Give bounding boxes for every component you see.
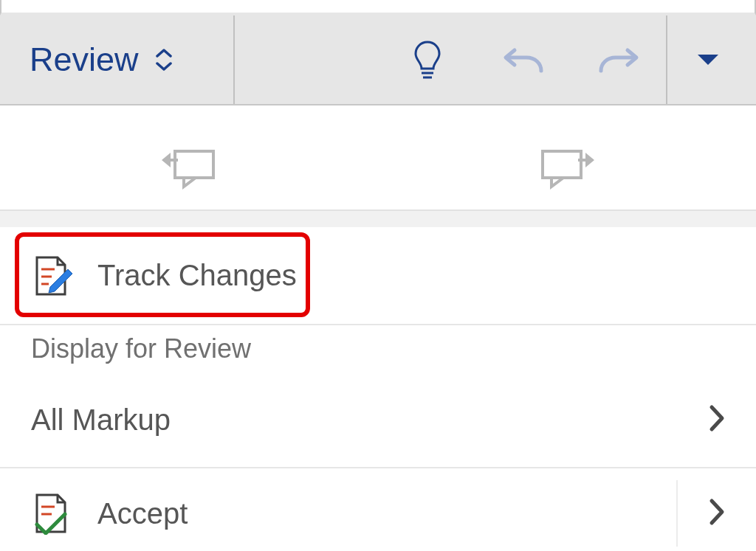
display-for-review-header: Display for Review: [0, 325, 756, 372]
track-changes-icon: [31, 254, 74, 297]
redo-icon: [597, 41, 641, 78]
previous-comment-icon: [160, 144, 218, 190]
review-options-list: Track Changes Display for Review All Mar…: [0, 227, 756, 551]
gap: [0, 105, 756, 124]
next-comment-icon: [538, 144, 596, 190]
accept-button[interactable]: Accept: [0, 468, 756, 551]
ribbon-more-button[interactable]: [667, 15, 749, 104]
ribbon-tab-selector[interactable]: Review: [0, 15, 235, 104]
undo-button[interactable]: [475, 15, 571, 104]
ribbon-actions: [235, 15, 756, 104]
tab-switch-icon: [155, 49, 173, 71]
tell-me-button[interactable]: [379, 15, 475, 104]
ribbon-toolbar: Review: [0, 15, 756, 105]
redo-button[interactable]: [571, 15, 667, 104]
track-changes-label: Track Changes: [97, 259, 297, 292]
next-comment-button[interactable]: [378, 124, 756, 209]
svg-rect-2: [175, 151, 213, 178]
chevron-right-icon: [709, 498, 725, 529]
ribbon-tab-label: Review: [30, 41, 139, 79]
display-for-review-value: All Markup: [31, 403, 171, 437]
display-for-review-selector[interactable]: All Markup: [0, 372, 756, 468]
document-edge: [0, 0, 756, 15]
dropdown-caret-icon: [698, 55, 718, 65]
track-changes-button[interactable]: Track Changes: [0, 227, 756, 325]
lightbulb-icon: [413, 39, 442, 80]
accept-icon: [31, 492, 74, 535]
previous-comment-button[interactable]: [0, 124, 378, 209]
chevron-right-icon: [709, 404, 725, 435]
comment-navigation: [0, 124, 756, 211]
undo-icon: [501, 41, 546, 78]
accept-label: Accept: [97, 497, 667, 530]
display-for-review-label: Display for Review: [31, 333, 251, 364]
separator: [676, 480, 678, 547]
svg-rect-3: [543, 151, 581, 178]
section-gap: [0, 211, 756, 227]
